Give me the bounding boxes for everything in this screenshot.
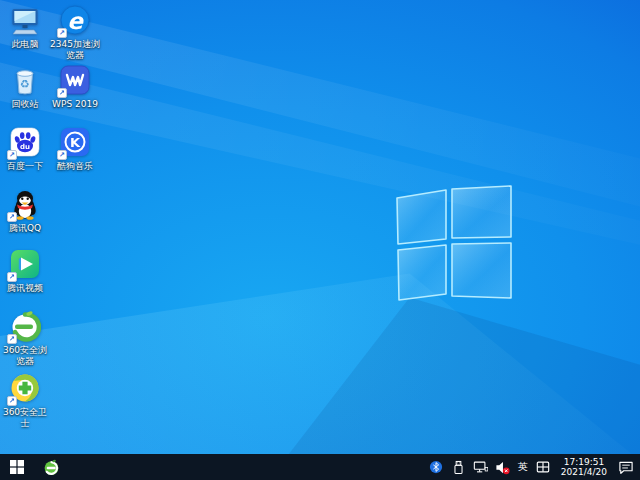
shortcut-arrow-icon: ↗	[7, 396, 17, 406]
this-pc-icon	[9, 4, 41, 36]
desktop-icon-label: 360安全卫士	[0, 407, 50, 429]
shortcut-arrow-icon: ↗	[57, 150, 67, 160]
desktop-icon-this-pc[interactable]: 此电脑	[0, 4, 50, 50]
clock-time: 17:19:51	[561, 457, 607, 467]
desktop-icon-label: 回收站	[0, 99, 50, 110]
shortcut-arrow-icon: ↗	[57, 28, 67, 38]
taskbar: 英 17:19:51 2021/4/20	[0, 454, 640, 480]
taskbar-clock[interactable]: 17:19:51 2021/4/20	[558, 454, 610, 480]
volume-muted-icon[interactable]	[495, 459, 510, 475]
360-browser-icon: ↗	[9, 310, 41, 342]
desktop-icon-label: 百度一下	[0, 161, 50, 172]
svg-text:du: du	[20, 143, 30, 151]
shortcut-arrow-icon: ↗	[57, 88, 67, 98]
desktop-icon-label: 腾讯视频	[0, 283, 50, 294]
desktop-icon-label: 360安全浏览器	[0, 345, 50, 367]
desktop-icon-wps-2019[interactable]: ↗ WPS 2019	[50, 64, 100, 110]
windows-logo-icon	[393, 184, 515, 306]
action-center-icon[interactable]	[617, 459, 635, 475]
tencent-video-icon: ↗	[9, 248, 41, 280]
desktop-icon-kugou-music[interactable]: K ↗ 酷狗音乐	[50, 126, 100, 172]
ime-indicator[interactable]: 英	[517, 459, 529, 475]
network-icon[interactable]	[473, 459, 488, 475]
desktop-icon-recycle-bin[interactable]: ♻ 回收站	[0, 64, 50, 110]
usb-device-icon[interactable]	[451, 459, 466, 475]
desktop-icon-tencent-qq[interactable]: ↗ 腾讯QQ	[0, 188, 50, 234]
desktop-icon-tencent-video[interactable]: ↗ 腾讯视频	[0, 248, 50, 294]
360-browser-icon	[43, 459, 60, 476]
start-button[interactable]	[0, 454, 34, 480]
shortcut-arrow-icon: ↗	[7, 150, 17, 160]
2345-browser-icon: e ↗	[59, 4, 91, 36]
wps-2019-icon: ↗	[59, 64, 91, 96]
baidu-paw-icon: du ↗	[9, 126, 41, 158]
qq-penguin-icon: ↗	[9, 188, 41, 220]
taskbar-empty-area[interactable]	[68, 454, 429, 480]
desktop-icon-label: 腾讯QQ	[0, 223, 50, 234]
desktop-icon-360-safe[interactable]: ↗ 360安全卫士	[0, 372, 50, 429]
desktop: 此电脑 e ↗ 2345加速浏览器 ♻ 回收站	[0, 0, 640, 480]
kugou-music-icon: K ↗	[59, 126, 91, 158]
bluetooth-icon[interactable]	[429, 459, 444, 475]
desktop-icon-label: 酷狗音乐	[50, 161, 100, 172]
desktop-icon-360-browser[interactable]: ↗ 360安全浏览器	[0, 310, 50, 367]
desktop-icon-label: 此电脑	[0, 39, 50, 50]
shortcut-arrow-icon: ↗	[7, 272, 17, 282]
shortcut-arrow-icon: ↗	[7, 212, 17, 222]
windows-start-icon	[10, 460, 24, 474]
recycle-bin-icon: ♻	[9, 64, 41, 96]
svg-text:K: K	[70, 135, 81, 150]
svg-text:e: e	[67, 8, 84, 34]
svg-text:♻: ♻	[20, 78, 30, 91]
desktop-icon-label: 2345加速浏览器	[50, 39, 100, 61]
desktop-icon-label: WPS 2019	[50, 99, 100, 110]
system-tray: 英 17:19:51 2021/4/20	[429, 454, 640, 480]
desktop-icon-baidu[interactable]: du ↗ 百度一下	[0, 126, 50, 172]
desktop-icon-2345-browser[interactable]: e ↗ 2345加速浏览器	[50, 4, 100, 61]
360-safe-guard-icon: ↗	[9, 372, 41, 404]
clock-date: 2021/4/20	[561, 467, 607, 477]
360-browser-taskbar-button[interactable]	[34, 454, 68, 480]
keyboard-layout-icon[interactable]	[536, 459, 551, 475]
shortcut-arrow-icon: ↗	[7, 334, 17, 344]
